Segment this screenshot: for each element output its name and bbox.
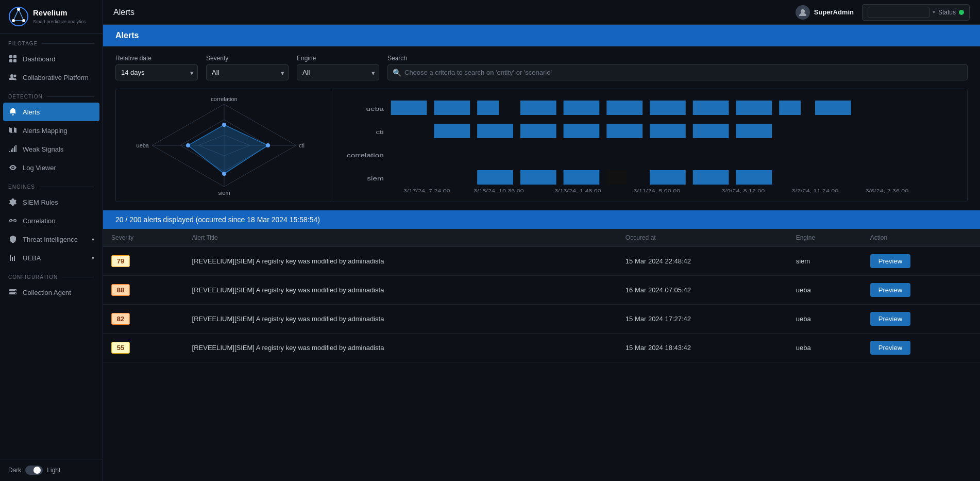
eye-icon: [8, 163, 18, 172]
radar-svg: correlation cti siem ueba: [126, 94, 322, 197]
content-area: Alerts Relative date 14 days 1 day 7 day…: [103, 25, 980, 481]
svg-rect-39: [564, 101, 600, 115]
sidebar-item-weak-signals[interactable]: Weak Signals: [0, 140, 103, 158]
app-subtitle: Smart predictive analytics: [33, 19, 86, 24]
sidebar-item-label: Weak Signals: [23, 145, 63, 153]
svg-text:correlation: correlation: [347, 152, 384, 158]
svg-rect-49: [564, 124, 600, 138]
engine-filter: Engine All siem ueba cti correlation: [297, 55, 379, 80]
svg-text:3/17/24, 7:24:00: 3/17/24, 7:24:00: [403, 188, 450, 193]
svg-text:siem: siem: [218, 190, 230, 196]
col-action: Action: [862, 229, 980, 247]
bell-icon: [8, 107, 18, 117]
link-icon: [8, 216, 18, 225]
preview-button[interactable]: Preview: [870, 254, 910, 268]
svg-point-10: [14, 75, 16, 77]
mode-toggle[interactable]: [25, 466, 43, 475]
sidebar-item-label: Alerts Mapping: [23, 127, 67, 135]
sidebar-item-correlation[interactable]: Correlation: [0, 211, 103, 230]
section-pilotage: PILOTAGE: [0, 34, 103, 49]
cell-action: Preview: [862, 305, 980, 334]
chevron-down-icon: ▾: [92, 255, 94, 261]
username: SuperAdmin: [814, 8, 854, 16]
cell-engine: ueba: [788, 334, 862, 362]
svg-marker-22: [188, 125, 268, 174]
svg-point-14: [15, 290, 16, 291]
cell-severity: 82: [103, 305, 184, 334]
severity-select[interactable]: All Low Medium High Critical: [206, 64, 289, 80]
sidebar-item-collection-agent[interactable]: Collection Agent: [0, 283, 103, 302]
svg-point-2: [17, 8, 20, 11]
dropdown-arrow-icon: ▾: [933, 9, 935, 15]
svg-rect-8: [13, 59, 16, 62]
table-row: 79 [REVEELIUM][SIEM] A registry key was …: [103, 247, 980, 276]
cell-engine: siem: [788, 247, 862, 276]
svg-rect-42: [693, 101, 729, 115]
relative-date-select-wrapper: 14 days 1 day 7 days 30 days: [115, 64, 198, 80]
svg-point-4: [12, 19, 15, 22]
section-engines: ENGINES: [0, 177, 103, 193]
table-body: 79 [REVEELIUM][SIEM] A registry key was …: [103, 247, 980, 362]
toggle-knob: [33, 467, 41, 474]
severity-select-wrapper: All Low Medium High Critical: [206, 64, 289, 80]
svg-rect-46: [434, 124, 470, 138]
preview-button[interactable]: Preview: [870, 341, 910, 355]
cell-severity: 55: [103, 334, 184, 362]
svg-text:3/13/24, 1:48:00: 3/13/24, 1:48:00: [554, 188, 601, 193]
svg-rect-52: [693, 124, 729, 138]
preview-button[interactable]: Preview: [870, 283, 910, 297]
engine-select[interactable]: All siem ueba cti correlation: [297, 64, 379, 80]
severity-badge: 82: [111, 313, 130, 325]
svg-point-15: [15, 293, 16, 294]
sidebar-item-dashboard[interactable]: Dashboard: [0, 49, 103, 68]
cell-action: Preview: [862, 247, 980, 276]
page-header-text: Alerts: [115, 31, 139, 40]
sidebar-item-ueba[interactable]: UEBA ▾: [0, 248, 103, 267]
search-input[interactable]: [387, 64, 968, 80]
svg-rect-50: [606, 124, 643, 138]
logo-icon: [8, 6, 29, 27]
sidebar-item-collaborative-platform[interactable]: Collaborative Platform: [0, 68, 103, 87]
cell-occurred-at: 15 Mar 2024 22:48:42: [617, 247, 788, 276]
cell-occurred-at: 15 Mar 2024 18:43:42: [617, 334, 788, 362]
table-row: 82 [REVEELIUM][SIEM] A registry key was …: [103, 305, 980, 334]
engine-label: Engine: [297, 55, 379, 62]
table-row: 88 [REVEELIUM][SIEM] A registry key was …: [103, 276, 980, 305]
engine-select-wrapper: All siem ueba cti correlation: [297, 64, 379, 80]
dark-mode-label: Dark: [8, 467, 21, 474]
chart-icon: [8, 253, 18, 262]
svg-rect-40: [606, 101, 643, 115]
chevron-down-icon: ▾: [92, 237, 94, 242]
topbar-title: Alerts: [113, 8, 134, 17]
sidebar-item-label: Threat Intelligence: [23, 236, 78, 243]
sidebar-item-label: SIEM Rules: [23, 198, 58, 206]
sidebar-item-label: Dashboard: [23, 55, 56, 63]
svg-text:3/6/24, 2:36:00: 3/6/24, 2:36:00: [866, 188, 909, 193]
sidebar-item-threat-intelligence[interactable]: Threat Intelligence ▾: [0, 230, 103, 248]
sidebar-item-alerts-mapping[interactable]: Alerts Mapping: [0, 121, 103, 140]
sidebar-item-alerts[interactable]: Alerts: [3, 103, 99, 121]
svg-rect-60: [736, 170, 772, 185]
sidebar-item-label: Log Viewer: [23, 164, 56, 172]
relative-date-select[interactable]: 14 days 1 day 7 days 30 days: [115, 64, 198, 80]
sidebar-item-log-viewer[interactable]: Log Viewer: [0, 158, 103, 177]
sidebar-item-siem-rules[interactable]: SIEM Rules: [0, 193, 103, 211]
signal-icon: [8, 144, 18, 154]
svg-text:3/15/24, 10:36:00: 3/15/24, 10:36:00: [474, 188, 524, 193]
preview-button[interactable]: Preview: [870, 312, 910, 326]
severity-badge: 88: [111, 284, 130, 296]
status-badge: ▾ Status: [862, 4, 970, 21]
svg-text:3/7/24, 11:24:00: 3/7/24, 11:24:00: [792, 188, 839, 193]
user-info: SuperAdmin: [796, 5, 854, 20]
sidebar-item-label: Collaborative Platform: [23, 74, 89, 81]
sidebar: Revelium Smart predictive analytics PILO…: [0, 0, 103, 481]
search-group: Search 🔍: [387, 55, 968, 80]
cell-occurred-at: 16 Mar 2024 07:05:42: [617, 276, 788, 305]
svg-marker-1: [13, 9, 24, 21]
bar-chart-svg: ueba cti correlation siem: [341, 95, 959, 193]
cell-action: Preview: [862, 276, 980, 305]
relative-date-label: Relative date: [115, 55, 198, 62]
svg-point-9: [10, 74, 13, 77]
severity-label: Severity: [206, 55, 289, 62]
svg-rect-59: [693, 170, 729, 185]
